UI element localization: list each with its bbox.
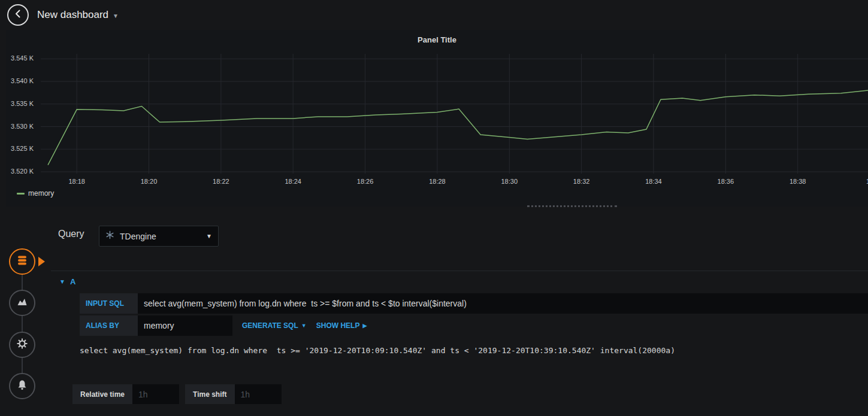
x-tick-label: 18:24 bbox=[278, 178, 308, 185]
gear-icon bbox=[16, 338, 28, 352]
show-help-button[interactable]: SHOW HELP ▶ bbox=[316, 315, 367, 336]
legend: memory bbox=[17, 189, 54, 198]
x-tick-label: 18:34 bbox=[639, 178, 669, 185]
sidebar-item-visualization[interactable] bbox=[9, 290, 35, 316]
x-tick-label: 18:36 bbox=[710, 178, 740, 185]
y-axis: 3.545 K3.540 K3.535 K3.530 K3.525 K3.520… bbox=[6, 54, 37, 174]
legend-series-color bbox=[17, 193, 25, 195]
time-options-row: Relative time Time shift bbox=[72, 384, 282, 404]
x-tick-label: 18:26 bbox=[350, 178, 380, 185]
y-tick-label: 3.520 K bbox=[11, 168, 34, 175]
y-tick-label: 3.535 K bbox=[11, 100, 34, 107]
sidebar-item-queries[interactable] bbox=[9, 248, 35, 275]
x-tick-label: 18:38 bbox=[783, 178, 813, 185]
datasource-picker[interactable]: TDengine ▼ bbox=[99, 226, 219, 247]
panel-resize-handle[interactable] bbox=[527, 204, 617, 207]
x-axis: 18:1818:2018:2218:2418:2618:2818:3018:32… bbox=[41, 178, 868, 187]
y-tick-label: 3.525 K bbox=[11, 145, 34, 152]
chart-svg[interactable] bbox=[41, 54, 868, 174]
y-tick-label: 3.540 K bbox=[11, 77, 34, 84]
x-tick-label: 18:20 bbox=[134, 178, 164, 185]
relative-time-group: Relative time bbox=[72, 384, 179, 404]
query-editor-section: ▼ A INPUT SQL ALIAS BY GENERATE SQL ▼ SH… bbox=[51, 271, 868, 355]
legend-series-label: memory bbox=[28, 189, 54, 198]
query-ref-id: A bbox=[70, 277, 75, 286]
query-ref-header[interactable]: ▼ A bbox=[51, 271, 868, 291]
input-sql-row: INPUT SQL bbox=[80, 293, 868, 314]
input-sql-label: INPUT SQL bbox=[80, 293, 138, 314]
generated-sql-text: select avg(mem_system) from log.dn where… bbox=[80, 346, 862, 355]
back-button[interactable] bbox=[7, 4, 29, 26]
relative-time-label: Relative time bbox=[72, 384, 132, 404]
alias-by-label: ALIAS BY bbox=[80, 315, 138, 336]
chevron-down-icon: ▼ bbox=[206, 233, 212, 239]
collapse-icon: ▼ bbox=[59, 278, 65, 285]
chevron-down-icon[interactable]: ▼ bbox=[113, 11, 119, 19]
legend-item[interactable]: memory bbox=[17, 189, 54, 198]
relative-time-field[interactable] bbox=[132, 384, 179, 404]
input-sql-field[interactable] bbox=[138, 293, 868, 314]
graph-panel: Panel Title 3.545 K3.540 K3.535 K3.530 K… bbox=[6, 30, 868, 207]
time-shift-label: Time shift bbox=[185, 384, 234, 404]
sidebar-item-alert[interactable] bbox=[9, 373, 35, 399]
graph-icon bbox=[16, 296, 28, 310]
y-tick-label: 3.545 K bbox=[11, 54, 34, 62]
chevron-right-icon: ▶ bbox=[362, 323, 367, 329]
x-tick-label: 18:30 bbox=[494, 178, 524, 185]
top-nav: New dashboard ▼ bbox=[0, 0, 868, 30]
query-section-title: Query bbox=[58, 229, 84, 239]
dashboard-title[interactable]: New dashboard bbox=[37, 9, 108, 21]
sidebar-item-general[interactable] bbox=[9, 332, 35, 358]
x-tick-label: 18 bbox=[855, 178, 868, 185]
time-shift-group: Time shift bbox=[185, 384, 281, 404]
panel-editor: Query TDengine ▼ ▼ A INPUT SQL bbox=[0, 212, 868, 416]
y-tick-label: 3.530 K bbox=[11, 123, 34, 130]
alias-by-row: ALIAS BY GENERATE SQL ▼ SHOW HELP ▶ bbox=[80, 315, 868, 336]
chevron-down-icon: ▼ bbox=[301, 323, 307, 329]
generate-sql-button[interactable]: GENERATE SQL ▼ bbox=[242, 315, 307, 336]
arrow-left-icon bbox=[13, 8, 23, 22]
panel-title[interactable]: Panel Title bbox=[6, 35, 868, 44]
x-tick-label: 18:32 bbox=[567, 178, 597, 185]
datasource-name: TDengine bbox=[120, 232, 206, 241]
database-icon bbox=[16, 254, 28, 269]
x-tick-label: 18:18 bbox=[62, 178, 92, 185]
time-shift-field[interactable] bbox=[235, 384, 282, 404]
alias-by-field[interactable] bbox=[138, 315, 232, 336]
active-tab-arrow-icon bbox=[38, 257, 45, 266]
x-tick-label: 18:28 bbox=[422, 178, 452, 185]
bell-icon bbox=[16, 379, 28, 393]
tdengine-logo-icon bbox=[105, 230, 114, 242]
x-tick-label: 18:22 bbox=[206, 178, 236, 185]
